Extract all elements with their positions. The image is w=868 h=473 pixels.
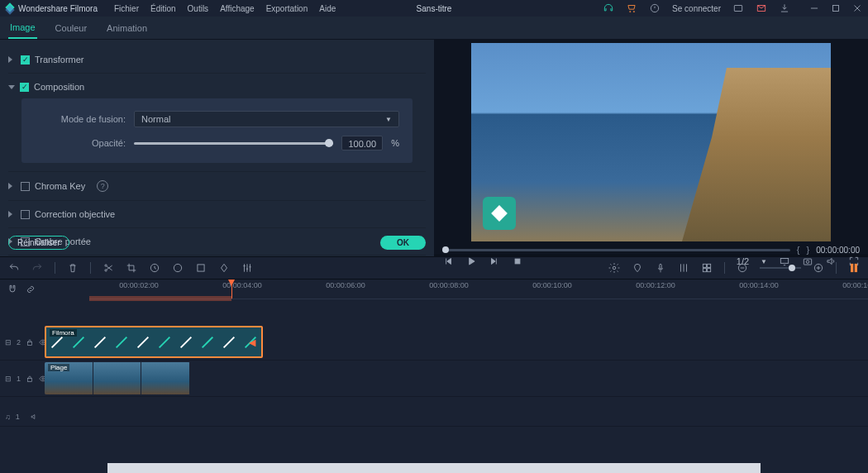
bracket-close-icon[interactable]: } (806, 245, 809, 255)
document-title: Sans-titre (417, 4, 452, 13)
section-lens[interactable]: Correction objective (8, 206, 426, 222)
blend-mode-select[interactable]: Normal ▼ (134, 111, 399, 127)
svg-rect-20 (851, 264, 853, 271)
play-icon[interactable] (465, 256, 477, 267)
scrollbar[interactable] (107, 463, 761, 473)
ruler-mark: 00:00:02:00 (119, 281, 159, 289)
track-type-icon: ⊟ (5, 338, 12, 346)
color-icon[interactable] (172, 262, 184, 274)
chroma-checkbox[interactable] (21, 182, 30, 191)
help-icon[interactable]: ? (97, 180, 108, 192)
opacity-value[interactable]: 100.00 (341, 136, 383, 150)
selection-region[interactable] (89, 296, 231, 301)
opacity-unit: % (391, 138, 399, 148)
clip-filmora[interactable]: Filmora ◄ (45, 326, 263, 358)
fit-icon[interactable] (848, 262, 860, 274)
preview-canvas (434, 40, 868, 245)
greenscreen-icon[interactable] (195, 262, 207, 274)
preview-video[interactable] (471, 43, 831, 241)
marker-icon[interactable] (632, 262, 643, 274)
keyframe-icon[interactable] (218, 262, 230, 274)
ruler-mark: 00:00:06:00 (326, 281, 365, 289)
audio-mixer-icon[interactable] (678, 262, 689, 274)
minimize-icon[interactable] (808, 2, 820, 14)
scrub-slider[interactable] (442, 249, 790, 251)
link-icon[interactable] (25, 284, 36, 295)
render-icon[interactable] (608, 262, 620, 274)
transformer-checkbox[interactable] (21, 55, 30, 64)
svg-rect-5 (804, 259, 811, 265)
thumbnail-icon[interactable] (701, 262, 713, 274)
titlebar: Wondershare Filmora Fichier Édition Outi… (0, 0, 868, 17)
ruler-mark: 00:00:10:00 (532, 281, 572, 289)
menu-export[interactable]: Exportation (266, 4, 308, 13)
section-composition[interactable]: Composition (8, 79, 426, 95)
zoom-slider[interactable] (760, 267, 801, 269)
cart-icon[interactable] (626, 2, 637, 14)
lens-checkbox[interactable] (21, 210, 30, 219)
opacity-slider[interactable] (134, 142, 333, 145)
svg-rect-24 (28, 378, 32, 381)
app-name: Wondershare Filmora (18, 4, 98, 13)
cut-icon[interactable] (103, 262, 114, 274)
svg-rect-21 (855, 264, 856, 271)
signin-link[interactable]: Se connecter (672, 4, 721, 13)
bracket-open-icon[interactable]: { (797, 245, 800, 255)
playhead[interactable] (231, 280, 232, 299)
support-icon[interactable] (603, 2, 614, 14)
mail-icon[interactable] (756, 2, 767, 14)
svg-rect-2 (833, 6, 839, 12)
svg-point-12 (613, 266, 616, 270)
zoom-out-icon[interactable] (737, 262, 748, 274)
close-icon[interactable] (851, 2, 863, 14)
preview-panel: { } 00:00:00:00 1/2 ▼ (434, 40, 868, 256)
lock-icon[interactable] (26, 337, 34, 348)
next-icon[interactable] (489, 256, 500, 267)
maximize-icon[interactable] (830, 2, 842, 14)
app-logo-icon (5, 3, 15, 13)
snapshot-icon[interactable] (802, 256, 813, 267)
blend-mode-value: Normal (141, 114, 170, 124)
svg-rect-14 (703, 264, 706, 267)
clip-plage[interactable]: Plage (45, 362, 190, 394)
undo-icon[interactable] (8, 262, 20, 274)
download-icon[interactable] (779, 2, 790, 14)
delete-icon[interactable] (67, 262, 79, 274)
notification-icon[interactable] (649, 2, 661, 14)
redo-icon[interactable] (31, 262, 43, 274)
mixer-icon[interactable] (241, 262, 253, 274)
speed-icon[interactable] (149, 262, 160, 274)
tab-animation[interactable]: Animation (105, 18, 149, 38)
expand-icon (8, 183, 16, 189)
composition-checkbox[interactable] (20, 83, 29, 92)
chevron-down-icon[interactable]: ▼ (761, 258, 767, 265)
tab-image[interactable]: Image (8, 17, 37, 39)
menu-help[interactable]: Aide (319, 4, 336, 13)
ok-button[interactable]: OK (380, 236, 426, 250)
menu-edit[interactable]: Édition (150, 4, 176, 13)
track-type-icon: ⊟ (5, 375, 12, 383)
reset-button[interactable]: Réinitialiser (8, 236, 69, 250)
message-icon[interactable] (732, 2, 744, 14)
svg-point-8 (105, 265, 107, 266)
stop-icon[interactable] (512, 256, 523, 267)
menu-tools[interactable]: Outils (188, 4, 209, 13)
magnet-icon[interactable] (7, 284, 18, 295)
svg-rect-3 (515, 259, 520, 264)
mute-icon[interactable] (30, 411, 38, 423)
svg-rect-11 (198, 265, 204, 271)
menu-view[interactable]: Affichage (220, 4, 255, 13)
section-chroma[interactable]: Chroma Key ? (8, 177, 426, 195)
section-transformer[interactable]: Transformer (8, 51, 426, 68)
svg-point-6 (806, 260, 809, 264)
lock-icon[interactable] (26, 373, 34, 385)
composition-label: Composition (34, 82, 84, 92)
timeline-ruler[interactable]: 00:00:02:00 00:00:04:00 00:00:06:00 00:0… (89, 280, 868, 299)
record-icon[interactable] (655, 262, 666, 274)
prev-icon[interactable] (442, 256, 454, 267)
zoom-in-icon[interactable] (813, 262, 824, 274)
menu-file[interactable]: Fichier (114, 4, 139, 13)
volume-icon[interactable] (825, 256, 837, 267)
tab-color[interactable]: Couleur (54, 18, 89, 38)
crop-icon[interactable] (126, 262, 137, 274)
